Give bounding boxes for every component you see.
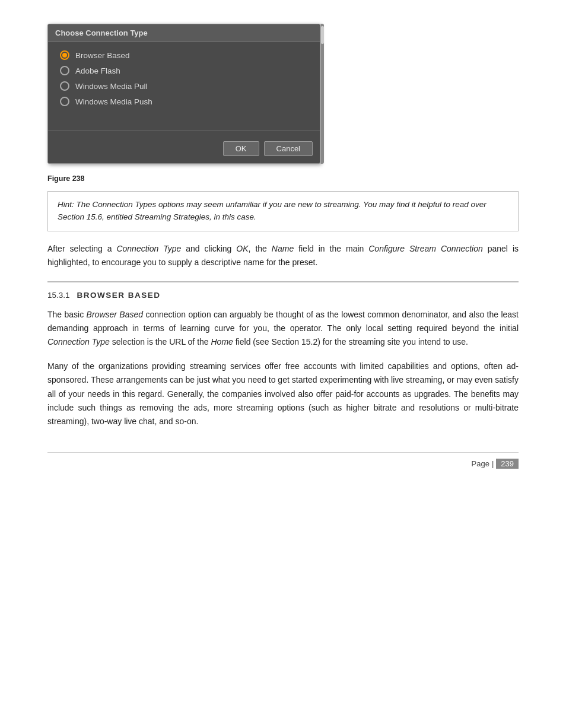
radio-circle-windows-media-pull[interactable] — [60, 81, 69, 91]
section-heading: 15.3.1 BROWSER BASED — [47, 291, 519, 300]
page-number-area: Page | 239 — [472, 459, 519, 469]
scroll-indicator[interactable] — [320, 24, 324, 164]
radio-windows-media-push[interactable]: Windows Media Push — [60, 97, 308, 106]
figure-caption: Figure 238 — [47, 174, 519, 183]
dialog-spacer — [60, 112, 308, 130]
cancel-button[interactable]: Cancel — [264, 141, 313, 156]
dialog-wrapper: Choose Connection Type Browser Based Ado… — [47, 24, 519, 164]
body-para-1: After selecting a Connection Type and cl… — [47, 242, 519, 269]
radio-windows-media-pull[interactable]: Windows Media Pull — [60, 81, 308, 91]
radio-adobe-flash[interactable]: Adobe Flash — [60, 66, 308, 75]
ok-button[interactable]: OK — [223, 141, 259, 156]
radio-label-windows-media-push: Windows Media Push — [75, 97, 152, 106]
section-number: 15.3.1 — [47, 291, 70, 300]
radio-label-adobe-flash: Adobe Flash — [75, 66, 120, 75]
page-label: Page — [472, 459, 489, 468]
dialog-container: Choose Connection Type Browser Based Ado… — [47, 24, 519, 164]
footer-row: Page | 239 — [47, 459, 519, 469]
hint-box: Hint: The Connection Types options may s… — [47, 191, 519, 231]
body-para-3: Many of the organizations providing stre… — [47, 360, 519, 428]
scroll-thumb — [321, 26, 324, 44]
hint-text: Hint: The Connection Types options may s… — [58, 200, 486, 221]
footer-line — [47, 452, 519, 453]
radio-label-windows-media-pull: Windows Media Pull — [75, 82, 148, 91]
page-number: 239 — [496, 459, 519, 469]
body-para-2: The basic Browser Based connection optio… — [47, 308, 519, 349]
radio-circle-browser-based[interactable] — [60, 50, 69, 60]
page-separator: | — [492, 459, 494, 468]
dialog-divider — [48, 130, 320, 131]
radio-label-browser-based: Browser Based — [75, 51, 130, 60]
radio-circle-adobe-flash[interactable] — [60, 66, 69, 75]
section-divider — [47, 281, 519, 282]
radio-circle-windows-media-push[interactable] — [60, 97, 69, 106]
dialog-title: Choose Connection Type — [55, 28, 148, 37]
section-title: BROWSER BASED — [77, 291, 161, 300]
dialog-buttons: OK Cancel — [48, 136, 320, 163]
choose-connection-dialog: Choose Connection Type Browser Based Ado… — [47, 24, 320, 164]
radio-browser-based[interactable]: Browser Based — [60, 50, 308, 60]
dialog-title-bar: Choose Connection Type — [48, 24, 320, 42]
dialog-body: Browser Based Adobe Flash Windows Media … — [48, 42, 320, 130]
